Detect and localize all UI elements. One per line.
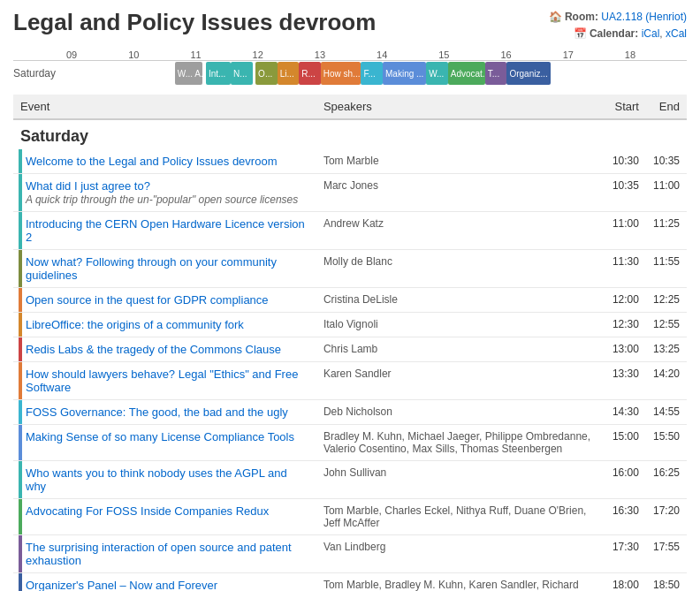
event-subtitle: A quick trip through the un-"popular" op… [26,193,298,206]
event-title-link[interactable]: Open source in the quest for GDPR compli… [26,293,269,307]
table-row: Advocating For FOSS Inside Companies Red… [13,499,687,535]
timeline-event-block[interactable]: R... [299,62,321,85]
timeline-event-block[interactable]: Making ... [383,62,426,85]
hour-label: 11 [190,49,252,60]
start-time: 10:30 [605,149,646,174]
start-time: 10:35 [605,174,646,212]
event-title-link[interactable]: Organizer's Panel – Now and Forever [26,579,217,591]
row-color-bar [19,573,22,591]
speakers-cell: Deb Nicholson [316,400,605,425]
hour-label: 15 [438,49,500,60]
page-header: Legal and Policy Issues devroom 🏠 Room: … [13,9,687,42]
row-color-bar [19,313,22,337]
page-title: Legal and Policy Issues devroom [13,9,376,36]
event-title-link[interactable]: FOSS Governance: The good, the bad and t… [26,405,288,419]
end-time: 10:35 [646,149,687,174]
room-link[interactable]: UA2.118 (Henriot) [601,11,687,23]
table-row: Now what? Following through on your comm… [13,250,687,288]
event-title-link[interactable]: LibreOffice: the origins of a community … [26,318,244,331]
start-time: 13:00 [605,337,646,362]
end-time: 13:25 [646,337,687,362]
room-info: 🏠 Room: UA2.118 (Henriot) 📅 Calendar: iC… [549,9,687,42]
table-row: FOSS Governance: The good, the bad and t… [13,400,687,425]
row-color-bar [19,535,22,572]
timeline-event-block[interactable]: Li... [278,62,300,85]
calendar-label: Calendar: [590,27,638,40]
start-time: 17:30 [605,535,646,573]
timeline-event-block[interactable]: F... [361,62,383,85]
table-row: Open source in the quest for GDPR compli… [13,288,687,313]
start-time: 16:30 [605,499,646,535]
row-color-bar [19,149,22,173]
speakers-cell: Andrew Katz [316,212,605,250]
timeline-event-block[interactable]: N... [231,62,253,85]
start-time: 15:00 [605,425,646,461]
table-row: Who wants you to think nobody uses the A… [13,461,687,499]
row-color-bar [19,400,22,424]
timeline-event-block[interactable]: Organiz... [506,62,550,85]
event-title-link[interactable]: Advocating For FOSS Inside Companies Red… [26,504,269,518]
row-color-bar [19,212,22,249]
speakers-cell: Molly de Blanc [316,250,605,288]
event-title-link[interactable]: Making Sense of so many License Complian… [26,430,294,443]
table-row: Organizer's Panel – Now and ForeverTom M… [13,573,687,591]
speakers-cell: Bradley M. Kuhn, Michael Jaeger, Philipp… [316,425,605,461]
row-color-bar [19,174,22,211]
timeline-event-block[interactable]: Int... [206,62,231,85]
speakers-col-header: Speakers [316,95,605,119]
speakers-cell: Tom Marble, Bradley M. Kuhn, Karen Sandl… [316,573,605,591]
ical-link[interactable]: iCal [642,27,660,40]
hour-label: 16 [500,49,562,60]
table-row: What did I just agree to?A quick trip th… [13,174,687,212]
end-time: 18:50 [646,573,687,591]
row-color-bar [19,250,22,287]
table-header: Event Speakers Start End [13,95,687,119]
timeline-event-block[interactable]: Advocat... [448,62,485,85]
end-time: 17:55 [646,535,687,573]
row-color-bar [19,288,22,312]
speakers-cell: Cristina DeLisle [316,288,605,313]
xcal-link[interactable]: xCal [666,27,687,40]
table-body: SaturdayWelcome to the Legal and Policy … [13,119,687,591]
timeline-event-block[interactable]: How sh... [321,62,361,85]
event-title-link[interactable]: Welcome to the Legal and Policy Issues d… [26,155,277,168]
timeline-event-block[interactable]: O... [255,62,278,85]
speakers-cell: Tom Marble, Charles Eckel, Nithya Ruff, … [316,499,605,535]
event-title-link[interactable]: The surprising interaction of open sourc… [26,541,292,567]
event-col-header: Event [13,95,316,119]
hour-label: 17 [563,49,625,60]
start-time: 13:30 [605,362,646,400]
end-time: 17:20 [646,499,687,535]
hour-label: 12 [253,49,315,60]
table-row: Making Sense of so many License Complian… [13,425,687,461]
event-title-link[interactable]: Introducing the CERN Open Hardware Licen… [26,217,305,244]
timeline-event-block[interactable]: T... [485,62,507,85]
speakers-cell: Karen Sandler [316,362,605,400]
timeline-event-block[interactable]: W... [426,62,448,85]
event-title-link[interactable]: What did I just agree to? [26,179,150,193]
event-title-link[interactable]: Now what? Following through on your comm… [26,255,277,282]
timeline-day-label: Saturday [13,67,66,80]
timeline-events: W... A...Int...N...O...Li...R...How sh..… [66,61,687,86]
end-time: 12:25 [646,288,687,313]
start-time: 14:30 [605,400,646,425]
start-time: 11:30 [605,250,646,288]
end-col-header: End [646,95,687,119]
row-color-bar [19,461,22,498]
event-title-link[interactable]: Redis Labs & the tragedy of the Commons … [26,343,281,356]
start-time: 12:30 [605,313,646,337]
event-title-link[interactable]: Who wants you to think nobody uses the A… [26,466,287,493]
speakers-cell: Chris Lamb [316,337,605,362]
hour-label: 13 [315,49,377,60]
timeline-header: 09101112131415161718 [13,49,687,61]
table-row: The surprising interaction of open sourc… [13,535,687,573]
event-title-link[interactable]: How should lawyers behave? Legal "Ethics… [26,367,298,394]
timeline-event-block[interactable]: W... A... [175,62,203,85]
end-time: 11:25 [646,212,687,250]
end-time: 14:20 [646,362,687,400]
speakers-cell: Van Lindberg [316,535,605,573]
start-col-header: Start [605,95,646,119]
hour-labels: 09101112131415161718 [66,49,687,60]
start-time: 16:00 [605,461,646,499]
table-row: Redis Labs & the tragedy of the Commons … [13,337,687,362]
